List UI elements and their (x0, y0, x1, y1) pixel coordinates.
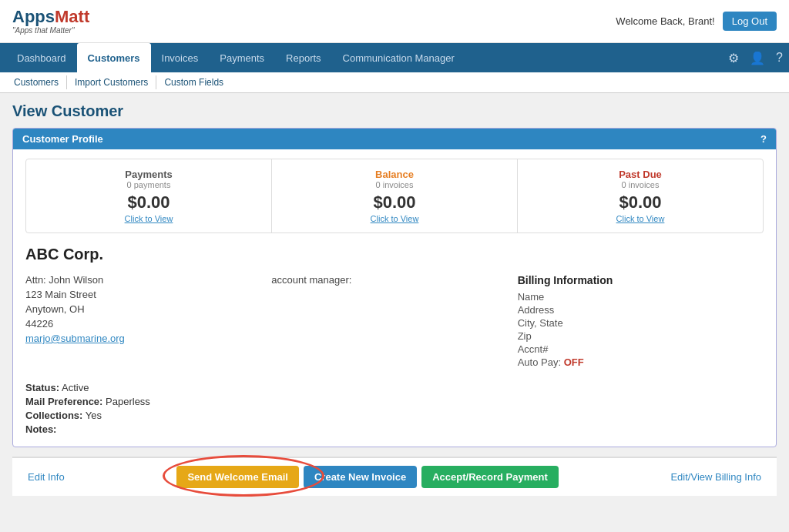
collections-label: Collections: (25, 410, 82, 421)
balance-label: Balance (284, 169, 505, 180)
user-icon[interactable]: 👤 (750, 51, 765, 65)
logout-button[interactable]: Log Out (723, 12, 777, 31)
footer-buttons-center: Send Welcome Email Create New Invoice Ac… (176, 466, 558, 488)
logo: AppsMatt "Apps that Matter" (12, 8, 89, 35)
subnav-customers[interactable]: Customers (6, 75, 67, 89)
stats-row: Payments 0 payments $0.00 Click to View … (25, 159, 764, 233)
pastdue-link[interactable]: Click to View (530, 214, 750, 223)
collections-line: Collections: Yes (25, 410, 764, 421)
main-content: View Customer Customer Profile ? Payment… (0, 93, 789, 531)
status-section: Status: Active Mail Preference: Paperles… (25, 382, 764, 435)
customer-name: ABC Corp. (25, 246, 764, 263)
nav-icons: ⚙ 👤 ? (728, 51, 783, 65)
payments-amount: $0.00 (39, 192, 259, 212)
info-center: account manager: (271, 274, 517, 370)
pastdue-amount: $0.00 (530, 192, 750, 212)
edit-billing-link[interactable]: Edit/View Billing Info (670, 471, 761, 483)
billing-city-state: City, State (518, 317, 764, 329)
header-right: Welcome Back, Brant! Log Out (616, 12, 777, 31)
billing-address: Address (518, 304, 764, 316)
logo-text: AppsMatt (12, 8, 89, 26)
customer-attn: Attn: John Wilson (25, 274, 271, 286)
billing-accnt: Accnt# (518, 343, 764, 355)
nav-customers[interactable]: Customers (77, 43, 151, 72)
pastdue-label: Past Due (530, 169, 750, 180)
balance-sublabel: 0 invoices (284, 180, 505, 189)
balance-link[interactable]: Click to View (284, 214, 505, 223)
notes-label: Notes: (25, 423, 56, 435)
payments-label: Payments (39, 169, 259, 180)
customer-address1: 123 Main Street (25, 289, 271, 300)
app-header: AppsMatt "Apps that Matter" Welcome Back… (0, 0, 789, 43)
info-left: Attn: John Wilson 123 Main Street Anytow… (25, 274, 271, 370)
logo-apps: Apps (12, 7, 55, 26)
stat-payments: Payments 0 payments $0.00 Click to View (26, 159, 272, 233)
customer-email[interactable]: marjo@submarine.org (25, 333, 125, 344)
navbar: Dashboard Customers Invoices Payments Re… (0, 43, 789, 72)
settings-icon[interactable]: ⚙ (728, 51, 739, 65)
billing-zip: Zip (518, 330, 764, 342)
customer-zip: 44226 (25, 318, 271, 330)
edit-info-link[interactable]: Edit Info (28, 471, 65, 483)
profile-card: Customer Profile ? Payments 0 payments $… (12, 128, 777, 447)
payments-link[interactable]: Click to View (39, 214, 259, 223)
nav-dashboard[interactable]: Dashboard (6, 43, 77, 72)
info-columns: Attn: John Wilson 123 Main Street Anytow… (25, 274, 764, 370)
mail-pref-line: Mail Preference: Paperless (25, 396, 764, 407)
profile-card-help-icon[interactable]: ? (760, 133, 767, 145)
accept-record-payment-button[interactable]: Accept/Record Payment (421, 466, 559, 488)
send-welcome-email-button[interactable]: Send Welcome Email (176, 466, 299, 488)
status-label: Status: (25, 382, 59, 393)
pastdue-sublabel: 0 invoices (530, 180, 750, 189)
customer-address2: Anytown, OH (25, 303, 271, 315)
info-right: Billing Information Name Address City, S… (518, 274, 764, 370)
stat-pastdue: Past Due 0 invoices $0.00 Click to View (518, 159, 763, 233)
billing-autopay: Auto Pay: OFF (518, 356, 764, 368)
create-new-invoice-button[interactable]: Create New Invoice (304, 466, 417, 488)
nav-invoices[interactable]: Invoices (151, 43, 210, 72)
help-icon[interactable]: ? (776, 51, 783, 65)
payments-sublabel: 0 payments (39, 180, 259, 189)
logo-tagline: "Apps that Matter" (12, 26, 89, 35)
status-value: Active (62, 382, 89, 393)
stat-balance: Balance 0 invoices $0.00 Click to View (272, 159, 518, 233)
collections-value: Yes (86, 410, 102, 421)
nav-reports[interactable]: Reports (275, 43, 332, 72)
profile-card-header: Customer Profile ? (13, 129, 776, 149)
profile-card-body: Payments 0 payments $0.00 Click to View … (13, 149, 776, 447)
autopay-value: OFF (564, 356, 584, 368)
mail-pref-value: Paperless (106, 396, 150, 407)
nav-communication-manager[interactable]: Communication Manager (332, 43, 465, 72)
page-title: View Customer (12, 102, 777, 120)
billing-title: Billing Information (518, 274, 764, 286)
profile-card-title: Customer Profile (22, 133, 103, 145)
nav-payments[interactable]: Payments (209, 43, 275, 72)
footer-bar: Edit Info Send Welcome Email Create New … (12, 457, 777, 496)
autopay-label: Auto Pay: (518, 356, 561, 368)
subnav: Customers Import Customers Custom Fields (0, 72, 789, 93)
account-manager-label: account manager: (271, 274, 517, 286)
subnav-custom-fields[interactable]: Custom Fields (156, 75, 231, 89)
welcome-text: Welcome Back, Brant! (616, 15, 714, 27)
status-line: Status: Active (25, 382, 764, 393)
subnav-import-customers[interactable]: Import Customers (67, 75, 156, 89)
billing-name: Name (518, 291, 764, 303)
mail-pref-label: Mail Preference: (25, 396, 102, 407)
logo-matt: Matt (55, 7, 89, 26)
notes-line: Notes: (25, 423, 764, 435)
balance-amount: $0.00 (284, 192, 505, 212)
